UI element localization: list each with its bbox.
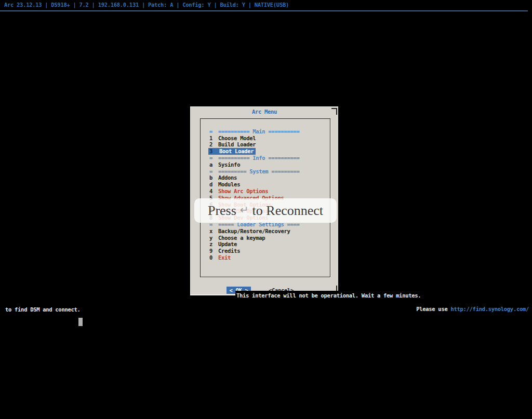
status-bar-divider (0, 10, 528, 11)
menu-item-tag: z (209, 241, 218, 248)
menu-item[interactable]: 4 Show Arc Options (201, 188, 330, 195)
menu-item-label: Addons (218, 174, 237, 181)
menu-item-tag: 9 (209, 248, 218, 254)
menu-list: = ========== Main ========== 1 Choose Mo… (200, 118, 330, 277)
menu-item-label: Update (218, 241, 237, 248)
menu-item[interactable]: z Update (201, 241, 330, 248)
menu-item[interactable]: = ========= System ========= (201, 168, 330, 175)
reconnect-overlay[interactable]: Press ↵ to Reconnect (194, 198, 337, 223)
menu-item-tag: = (209, 168, 218, 175)
status-bar: Arc 23.12.13 | DS918+ | 7.2 | 192.168.0.… (4, 2, 289, 8)
console-screen: Arc 23.12.13 | DS918+ | 7.2 | 192.168.0.… (0, 0, 532, 419)
menu-item[interactable]: 9 Credits (201, 248, 330, 254)
menu-item-label: Choose a keymap (218, 235, 265, 241)
dialog-title: Arc Menu (191, 109, 338, 115)
menu-item[interactable]: = ========== Info ========== (201, 155, 330, 161)
menu-item-tag: b (209, 174, 218, 181)
menu-item-tag: x (209, 228, 218, 235)
menu-item-template[interactable] (201, 121, 330, 128)
reconnect-text-prefix: Press (208, 203, 236, 219)
menu-item[interactable]: a Sysinfo (201, 161, 330, 168)
menu-item[interactable]: b Addons (201, 174, 330, 181)
menu-item-label: Modules (218, 181, 240, 188)
menu-item-tag: = (209, 128, 218, 135)
find-synology-link[interactable]: http://find.synology.com/ (450, 306, 529, 312)
menu-item-tag: 4 (209, 188, 218, 195)
menu-item-tag: a (209, 161, 218, 168)
menu-item[interactable]: 0 Exit (201, 254, 330, 261)
menu-item-tag: y (209, 235, 218, 241)
menu-item-label: ========= System ========= (218, 168, 300, 175)
menu-item-tag: d (209, 181, 218, 188)
console-message-line3: to find DSM and connect. (5, 306, 81, 313)
terminal-cursor (78, 318, 83, 326)
menu-item-label: Choose Model (218, 135, 256, 142)
menu-item-tag (209, 121, 218, 128)
menu-item-label: Boot Loader (217, 148, 256, 155)
menu-item[interactable]: = ========== Main ========== (201, 128, 330, 135)
menu-item-tag: 2 (209, 141, 218, 148)
menu-item-tag: = (209, 155, 218, 161)
menu-item[interactable]: 3 Boot Loader (201, 148, 330, 155)
menu-item-label: Exit (218, 254, 231, 261)
enter-key-icon: ↵ (240, 204, 249, 216)
menu-item-tag: 1 (209, 135, 218, 142)
menu-item-label: ========== Main ========== (218, 128, 300, 135)
menu-item-tag: 0 (209, 254, 218, 261)
menu-item[interactable]: 2 Build Loader (201, 141, 330, 148)
menu-item[interactable]: d Modules (201, 181, 330, 188)
menu-item-label: ========== Info ========== (218, 155, 300, 161)
menu-item-label: Show Arc Options (218, 188, 268, 195)
menu-item-label: Build Loader (218, 141, 256, 148)
menu-item[interactable]: 1 Choose Model (201, 135, 330, 142)
menu-item-label: Sysinfo (218, 161, 240, 168)
menu-item[interactable]: x Backup/Restore/Recovery (201, 228, 330, 235)
menu-item-label: Backup/Restore/Recovery (218, 228, 290, 235)
console-message-line2: Please use http://find.synology.com/ (404, 300, 529, 318)
menu-item-label: Credits (218, 248, 240, 254)
menu-item[interactable]: y Choose a keymap (201, 235, 330, 241)
console-line2-prefix: Please use (416, 306, 450, 312)
console-message-line1: This interface will not be operational. … (235, 291, 532, 300)
reconnect-text-suffix: to Reconnect (252, 203, 323, 219)
